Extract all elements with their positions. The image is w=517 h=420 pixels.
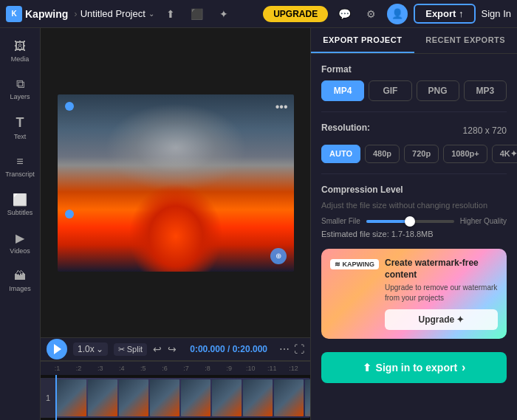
ruler-mark: :9 xyxy=(219,365,240,372)
videos-icon: ▶ xyxy=(16,231,24,245)
resolution-value: 1280 x 720 xyxy=(463,125,507,136)
handle-bottom-left[interactable] xyxy=(65,210,74,218)
signin-button[interactable]: Sign In xyxy=(482,8,511,19)
compression-label: Compression Level xyxy=(321,185,507,195)
sidebar-item-layers[interactable]: ⧉ Layers xyxy=(1,72,38,106)
split-button[interactable]: ✂ Split xyxy=(114,343,147,356)
sidebar-label-images: Images xyxy=(9,285,31,292)
resolution-button-480p[interactable]: 480p xyxy=(365,145,400,163)
slider-row: Smaller File Higher Quality xyxy=(321,217,507,225)
handle-top-left[interactable] xyxy=(65,102,74,111)
track-number: 1 xyxy=(41,378,55,418)
resolution-button-1080p[interactable]: 1080p+ xyxy=(443,145,487,163)
play-button[interactable] xyxy=(47,339,67,359)
layers-icon: ⧉ xyxy=(16,78,24,91)
topbar: K Kapwing › Untitled Project ⌄ ⬆ ⬛ ✦ UPG… xyxy=(0,0,517,28)
sidebar-item-images[interactable]: 🏔 Images xyxy=(1,264,38,298)
film-frame xyxy=(150,379,179,416)
compression-slider[interactable] xyxy=(366,220,454,223)
sidebar-label-text: Text xyxy=(14,133,27,140)
slider-min-label: Smaller File xyxy=(321,217,360,225)
gear-icon[interactable]: ⚙ xyxy=(360,4,381,24)
tab-export-project[interactable]: EXPORT PROJECT xyxy=(311,28,414,53)
speed-control[interactable]: 1.0x ⌄ xyxy=(73,342,108,356)
resolution-buttons: AUTO480p720p1080p+4K✦ xyxy=(321,145,507,163)
format-button-png[interactable]: PNG xyxy=(417,80,459,101)
lava-effect xyxy=(129,183,223,272)
resolution-button-auto[interactable]: AUTO xyxy=(321,145,360,163)
promo-card: ≋ KAPWING Create watermark-free content … xyxy=(321,249,507,339)
share-icon[interactable]: ⬆ xyxy=(160,4,181,24)
timeline-track[interactable]: 1 xyxy=(41,375,310,420)
crop-icon[interactable]: ⊕ xyxy=(270,248,287,264)
signin-export-arrow-icon: › xyxy=(462,361,465,374)
slider-max-label: Higher Quality xyxy=(460,217,507,225)
format-button-mp4[interactable]: MP4 xyxy=(321,80,364,101)
film-frame xyxy=(119,379,148,416)
divider-2 xyxy=(321,173,507,174)
redo-icon[interactable]: ↪ xyxy=(168,343,177,355)
sidebar-item-text[interactable]: T Text xyxy=(1,109,38,146)
breadcrumb-sep: › xyxy=(74,8,77,19)
volume-icon[interactable]: ⋯ xyxy=(279,343,290,355)
film-frame xyxy=(305,379,310,416)
transcript-icon: ≡ xyxy=(16,155,23,168)
sidebar: 🖼 Media ⧉ Layers T Text ≡ Transcript ⬜ S… xyxy=(0,28,41,420)
more-options-icon[interactable]: ••• xyxy=(275,100,288,114)
promo-desc: Upgrade to remove our watermark from you… xyxy=(385,283,498,303)
ruler-mark: :3 xyxy=(89,365,111,372)
sidebar-item-transcript[interactable]: ≡ Transcript xyxy=(1,149,38,184)
settings-icon[interactable]: ✦ xyxy=(213,4,234,24)
format-label: Format xyxy=(321,64,507,75)
upgrade-card-button[interactable]: Upgrade ✦ xyxy=(385,309,498,330)
sidebar-label-media: Media xyxy=(11,55,30,63)
breadcrumb: › Untitled Project ⌄ xyxy=(74,8,154,19)
sidebar-item-media[interactable]: 🖼 Media xyxy=(1,34,38,69)
text-icon: T xyxy=(16,115,24,131)
ruler-mark: :8 xyxy=(197,365,219,372)
sidebar-item-subtitles[interactable]: ⬜ Subtitles xyxy=(1,187,38,222)
format-button-mp3[interactable]: MP3 xyxy=(464,80,507,101)
promo-text: Create watermark-free content Upgrade to… xyxy=(385,258,498,330)
resolution-label: Resolution: xyxy=(321,123,370,133)
time-sep: / xyxy=(227,344,233,354)
ruler-mark: :7 xyxy=(175,365,196,372)
export-panel: EXPORT PROJECT RECENT EXPORTS Format MP4… xyxy=(310,28,517,420)
resolution-button-720p[interactable]: 720p xyxy=(404,145,439,163)
resolution-button-4k[interactable]: 4K✦ xyxy=(492,145,517,163)
sidebar-item-videos[interactable]: ▶ Videos xyxy=(1,225,38,261)
canvas-area[interactable]: ⊕ ••• xyxy=(41,28,310,337)
smoke-effect xyxy=(105,103,247,192)
track-film-strip[interactable] xyxy=(55,378,310,418)
promo-title: Create watermark-free content xyxy=(385,258,498,280)
user-icon[interactable]: 👤 xyxy=(387,4,408,24)
playhead[interactable] xyxy=(55,375,57,420)
resolution-section: Resolution: 1280 x 720 AUTO480p720p1080p… xyxy=(321,123,507,163)
undo-icon[interactable]: ↩ xyxy=(153,343,162,355)
project-name[interactable]: Untitled Project xyxy=(81,8,145,19)
film-frame xyxy=(212,379,242,416)
speed-chevron-icon: ⌄ xyxy=(96,344,103,354)
fullscreen-icon[interactable]: ⛶ xyxy=(294,343,304,355)
comment-icon[interactable]: 💬 xyxy=(334,4,355,24)
tab-recent-exports[interactable]: RECENT EXPORTS xyxy=(414,28,518,53)
export-button[interactable]: Export ↑ xyxy=(414,4,475,24)
end-controls: ⋯ ⛶ xyxy=(279,343,304,355)
compression-section: Compression Level Adjust the file size w… xyxy=(321,185,507,238)
signin-export-button[interactable]: ⬆ Sign in to export › xyxy=(321,352,507,383)
project-chevron-icon[interactable]: ⌄ xyxy=(148,10,154,18)
split-icon: ✂ Split xyxy=(118,345,143,354)
format-buttons: MP4GIFPNGMP3 xyxy=(321,80,507,101)
screen-icon[interactable]: ⬛ xyxy=(187,4,208,24)
film-frame xyxy=(57,379,86,416)
signin-export-upload-icon: ⬆ xyxy=(363,362,372,373)
film-frame xyxy=(181,379,210,416)
upgrade-button[interactable]: UPGRADE xyxy=(263,6,328,22)
format-button-gif[interactable]: GIF xyxy=(369,80,411,101)
logo: K Kapwing xyxy=(6,6,68,22)
panel-tabs: EXPORT PROJECT RECENT EXPORTS xyxy=(311,28,517,54)
brand-name: Kapwing xyxy=(25,8,68,20)
slider-thumb[interactable] xyxy=(405,216,415,227)
ruler-mark: :11 xyxy=(261,365,283,372)
video-thumbnail xyxy=(58,94,294,272)
